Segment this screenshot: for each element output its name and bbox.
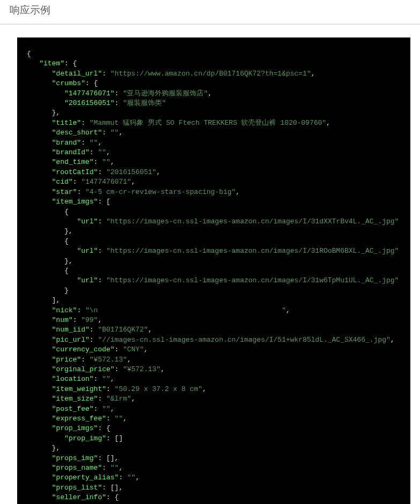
v-star: 4-5 cm-cr-review-stars-spacing-big [89, 188, 231, 196]
v-rootcatid: 2016156051 [110, 168, 152, 176]
heading-text: 响应示例 [10, 3, 410, 17]
v-crumb-1: 亚马逊海外购服装服饰店 [127, 89, 204, 97]
v-currency: CNY [127, 345, 139, 353]
json-code: { "item": { "detail_url": "https://www.a… [27, 49, 401, 504]
v-img2: https://images-cn.ssl-images-amazon.cn/i… [110, 276, 395, 284]
v-crumb-2: 服装服饰类 [127, 99, 162, 107]
v-nick: \n [89, 306, 282, 314]
v-img0: https://images-cn.ssl-images-amazon.cn/i… [110, 217, 395, 225]
v-price: ¥572.13 [94, 356, 123, 364]
v-num-iid: B01716QK72 [102, 326, 144, 334]
section-heading: 响应示例 [0, 0, 420, 25]
v-num: 99 [85, 316, 94, 324]
v-cid: 1477476071 [85, 178, 127, 186]
code-block: { "item": { "detail_url": "https://www.a… [17, 37, 410, 504]
v-detail-url: https://www.amazon.cn/dp/B01716QK72?th=1… [115, 70, 307, 78]
v-img1: https://images-cn.ssl-images-amazon.cn/i… [110, 247, 395, 255]
v-pic-url: //images-cn.ssl-images-amazon.cn/images/… [102, 336, 386, 344]
v-weight: 50.29 x 37.2 x 8 cm [119, 385, 198, 393]
v-size: &lrm [110, 395, 127, 403]
v-title: Mammut 猛犸象 男式 SO Ftech TREKKERS 软壳登山裤 10… [94, 119, 322, 127]
v-orig-price: ¥572.13 [127, 365, 156, 373]
